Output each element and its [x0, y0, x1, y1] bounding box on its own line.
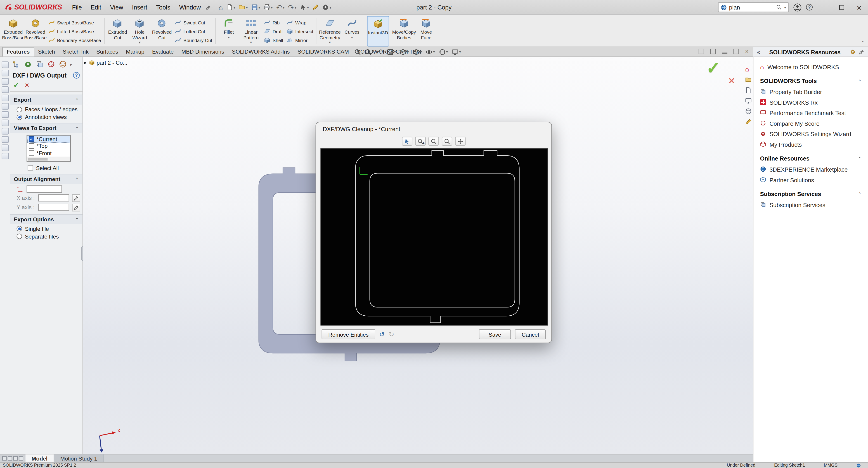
- export-options-section-header[interactable]: Export Options ⌃: [10, 214, 83, 224]
- wrap-button[interactable]: Wrap: [286, 19, 313, 26]
- settings-wizard-link[interactable]: SOLIDWORKS Settings Wizard: [753, 128, 868, 139]
- radio-separate-files[interactable]: [17, 233, 22, 239]
- tree-item-icon[interactable]: [1, 153, 8, 159]
- sketch-ink-button[interactable]: [311, 3, 320, 11]
- instant3d-button[interactable]: Instant3D: [367, 16, 389, 46]
- lofted-boss-base-button[interactable]: Lofted Boss/Base: [48, 28, 101, 35]
- tab-solidworks-add-ins[interactable]: SOLIDWORKS Add-Ins: [228, 48, 294, 57]
- section-view-button[interactable]: ▾: [387, 49, 396, 55]
- collapse-ribbon-icon[interactable]: ⌃: [861, 40, 865, 45]
- doc-split-icon[interactable]: [710, 49, 716, 54]
- open-button[interactable]: ▾: [237, 3, 249, 11]
- chevron-right-icon[interactable]: ▸: [70, 62, 72, 66]
- subscription-services-link[interactable]: Subscription Services: [753, 199, 868, 210]
- dxf-preview-canvas[interactable]: [320, 148, 548, 325]
- tab-solidworks-cam[interactable]: SOLIDWORKS CAM: [294, 48, 353, 57]
- views-to-export-section-header[interactable]: Views To Export ⌃: [10, 123, 83, 133]
- swept-cut-button[interactable]: Swept Cut: [175, 19, 212, 26]
- dialog-pan-button[interactable]: [455, 137, 466, 146]
- tree-item-icon[interactable]: [1, 70, 8, 76]
- user-account-icon[interactable]: [793, 3, 802, 11]
- taskpane-options-gear-icon[interactable]: [850, 49, 856, 55]
- hole-wizard-button[interactable]: Hole Wizard ▾: [129, 16, 151, 46]
- tab-motion-study-1[interactable]: Motion Study 1: [54, 455, 104, 462]
- tree-item-icon[interactable]: [1, 103, 8, 110]
- tab-scroll-icon[interactable]: [2, 456, 7, 461]
- curves-button[interactable]: Curves ▾: [341, 16, 363, 46]
- extruded-boss-base-button[interactable]: Extruded Boss/Base: [2, 16, 24, 46]
- edit-appearance-button[interactable]: ▾: [439, 49, 448, 55]
- display-style-button[interactable]: ▾: [413, 49, 422, 55]
- scrollbar-thumb[interactable]: [28, 158, 48, 160]
- help-icon[interactable]: ?: [806, 4, 813, 10]
- undo-button[interactable]: ↶▾: [275, 2, 286, 12]
- checkbox-top[interactable]: [29, 143, 34, 149]
- pin-menu-icon[interactable]: [205, 4, 211, 10]
- select-all-option[interactable]: Select All: [10, 163, 83, 171]
- taskpane-tab-design-library-icon[interactable]: [745, 76, 751, 83]
- revolved-boss-base-button[interactable]: Revolved Boss/Base: [24, 16, 46, 46]
- close-button[interactable]: ×: [852, 2, 866, 12]
- menu-edit[interactable]: Edit: [86, 4, 106, 10]
- view-row-top[interactable]: *Top: [27, 143, 70, 150]
- graphics-viewport[interactable]: ▸ part 2 - Co... ✓ × ⌂: [83, 57, 753, 454]
- subscription-services-section-header[interactable]: Subscription Services ⌃: [753, 185, 868, 199]
- reference-geometry-button[interactable]: Reference Geometry ▾: [319, 16, 341, 46]
- view-row-current[interactable]: ✓ *Current: [27, 136, 70, 143]
- restore-button[interactable]: [835, 3, 848, 11]
- fillet-button[interactable]: Fillet ▾: [218, 16, 240, 46]
- swept-boss-base-button[interactable]: Swept Boss/Base: [48, 19, 101, 26]
- move-copy-bodies-button[interactable]: Move/Copy Bodies: [393, 16, 415, 46]
- view-orientation-button[interactable]: ▾: [400, 49, 409, 55]
- compare-my-score-link[interactable]: Compare My Score: [753, 118, 868, 128]
- tab-scroll-icon[interactable]: [8, 456, 12, 461]
- breadcrumb-label[interactable]: part 2 - Co...: [97, 59, 127, 66]
- taskpane-tab-file-explorer-icon[interactable]: [745, 87, 751, 93]
- single-file-option[interactable]: Single file: [10, 224, 83, 231]
- radio-faces-loops-edges[interactable]: [17, 106, 22, 112]
- tab-scroll-icon[interactable]: [19, 456, 23, 461]
- zoom-area-button[interactable]: ▾: [365, 49, 374, 55]
- tab-features[interactable]: Features: [2, 47, 34, 57]
- flyout-tree-arrow-icon[interactable]: ▸: [84, 60, 87, 65]
- displaymanager-tab-icon[interactable]: [59, 60, 67, 68]
- performance-benchmark-link[interactable]: Performance Benchmark Test: [753, 107, 868, 118]
- tab-scroll-icon[interactable]: [13, 456, 18, 461]
- radio-single-file[interactable]: [17, 226, 22, 231]
- y-axis-input[interactable]: [38, 204, 69, 211]
- tab-evaluate[interactable]: Evaluate: [148, 48, 178, 57]
- doc-close-icon[interactable]: ×: [745, 49, 749, 54]
- configurationmanager-tab-icon[interactable]: [35, 60, 44, 68]
- tab-sketch[interactable]: Sketch: [34, 48, 59, 57]
- dialog-zoom-fit-button[interactable]: [442, 137, 453, 146]
- taskpane-tab-appearances-icon[interactable]: [745, 108, 751, 115]
- help-icon[interactable]: ?: [73, 72, 80, 79]
- zoom-fit-button[interactable]: [354, 49, 361, 55]
- tab-surfaces[interactable]: Surfaces: [92, 48, 122, 57]
- confirmation-ok-button[interactable]: ✓: [706, 58, 720, 77]
- online-resources-section-header[interactable]: Online Resources ⌃: [753, 150, 868, 164]
- dialog-zoom-in-button[interactable]: +: [415, 137, 426, 146]
- checkbox-select-all[interactable]: [28, 165, 33, 170]
- dimxpertmanager-tab-icon[interactable]: [47, 60, 55, 68]
- tree-item-icon[interactable]: [1, 128, 8, 134]
- boundary-cut-button[interactable]: Boundary Cut: [175, 37, 212, 44]
- doc-minimize-icon[interactable]: [722, 49, 727, 54]
- dialog-title[interactable]: DXF/DWG Cleanup - *Current: [316, 122, 552, 136]
- doc-restore-icon[interactable]: [734, 49, 739, 54]
- confirmation-cancel-button[interactable]: ×: [728, 75, 735, 87]
- separate-files-option[interactable]: Separate files: [10, 232, 83, 240]
- status-units[interactable]: MMGS: [824, 463, 837, 468]
- y-axis-pick-button[interactable]: [72, 204, 80, 211]
- tab-model[interactable]: Model: [26, 455, 54, 462]
- taskpane-tab-custom-properties-icon[interactable]: [745, 119, 751, 125]
- home-button[interactable]: ⌂: [217, 2, 224, 12]
- tree-item-icon[interactable]: [1, 111, 8, 118]
- propertymanager-tab-icon[interactable]: [24, 60, 32, 68]
- hide-show-items-button[interactable]: ▾: [426, 49, 435, 55]
- welcome-link[interactable]: ⌂ Welcome to SOLIDWORKS: [753, 62, 868, 72]
- dialog-undo-icon[interactable]: ↺: [379, 331, 385, 338]
- tree-item-icon[interactable]: [1, 145, 8, 151]
- tree-item-icon[interactable]: [1, 78, 8, 85]
- draft-button[interactable]: Draft: [264, 28, 283, 35]
